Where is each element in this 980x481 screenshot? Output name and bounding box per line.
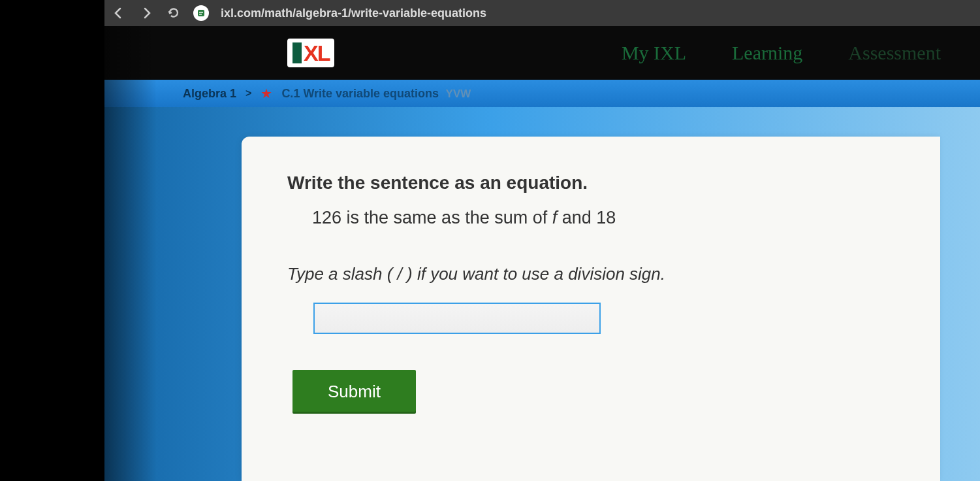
svg-rect-1: [199, 12, 203, 13]
breadcrumb-skill-code: YVW: [446, 88, 471, 100]
screen-edge-black: [0, 0, 104, 481]
svg-rect-0: [198, 10, 204, 16]
nav-learning[interactable]: Learning: [732, 42, 802, 64]
star-icon: ★: [261, 86, 272, 101]
logo-xl-text: XL: [304, 41, 329, 66]
reload-button[interactable]: [166, 5, 182, 21]
question-hint: Type a slash ( / ) if you want to use a …: [287, 264, 894, 284]
breadcrumb-skill-title[interactable]: C.1 Write variable equations: [281, 87, 439, 100]
breadcrumb-separator: >: [245, 88, 251, 99]
breadcrumb-subject[interactable]: Algebra 1: [183, 87, 236, 101]
question-prompt: Write the sentence as an equation.: [287, 173, 894, 193]
site-badge-icon: [193, 5, 209, 21]
site-header: XL My IXL Learning Assessment: [104, 26, 980, 80]
url-text[interactable]: ixl.com/math/algebra-1/write-variable-eq…: [221, 7, 486, 20]
answer-input[interactable]: [313, 303, 601, 334]
question-sentence-part1: 126 is the same as the sum of: [312, 208, 552, 227]
logo-i-mark: [292, 42, 302, 63]
question-card: Write the sentence as an equation. 126 i…: [242, 137, 940, 481]
content-area: Write the sentence as an equation. 126 i…: [0, 107, 980, 481]
submit-button[interactable]: Submit: [292, 370, 416, 414]
svg-rect-2: [199, 14, 202, 15]
question-sentence: 126 is the same as the sum of f and 18: [312, 208, 894, 228]
browser-toolbar: ixl.com/math/algebra-1/write-variable-eq…: [104, 0, 980, 26]
question-sentence-part2: and 18: [557, 208, 616, 227]
back-button[interactable]: [111, 5, 127, 21]
nav-assessment[interactable]: Assessment: [848, 42, 941, 64]
forward-button[interactable]: [138, 5, 154, 21]
nav-my-ixl[interactable]: My IXL: [622, 42, 686, 64]
breadcrumb-bar: Algebra 1 > ★ C.1 Write variable equatio…: [0, 80, 980, 107]
main-nav: My IXL Learning Assessment: [622, 42, 941, 64]
ixl-logo[interactable]: XL: [287, 39, 334, 67]
